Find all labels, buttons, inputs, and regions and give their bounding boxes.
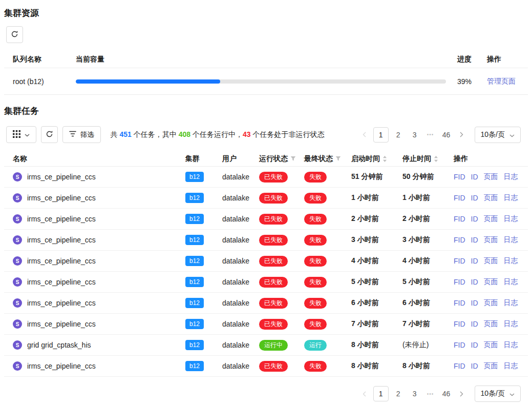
fid-link[interactable]: FID — [454, 194, 465, 202]
task-name: irms_ce_pipeline_ccs — [27, 278, 96, 286]
cluster-resources-title: 集群资源 — [0, 0, 532, 19]
next-page-icon[interactable] — [456, 127, 467, 143]
filter-button[interactable]: 筛选 — [62, 126, 101, 143]
filter-funnel-icon[interactable] — [335, 155, 341, 163]
log-link[interactable]: 日志 — [504, 256, 518, 266]
fid-link[interactable]: FID — [454, 173, 465, 181]
page-link[interactable]: 页面 — [484, 193, 498, 202]
id-link[interactable]: ID — [471, 173, 478, 181]
page-link[interactable]: 页面 — [484, 298, 498, 308]
page-link[interactable]: 页面 — [484, 235, 498, 245]
user-cell: datalake — [222, 320, 259, 328]
page-46[interactable]: 46 — [440, 127, 453, 143]
id-link[interactable]: ID — [471, 278, 478, 286]
run-status-badge: 已失败 — [259, 235, 288, 246]
page-link[interactable]: 页面 — [484, 172, 498, 181]
spark-avatar: S — [13, 340, 22, 350]
stop-time-cell: 8 小时前 — [402, 361, 454, 371]
manage-page-link[interactable]: 管理页面 — [487, 77, 516, 85]
page-1[interactable]: 1 — [373, 127, 389, 143]
prev-page-icon[interactable] — [359, 386, 370, 401]
page-3[interactable]: 3 — [408, 386, 421, 401]
chevron-down-icon — [25, 131, 30, 138]
id-link[interactable]: ID — [471, 320, 478, 328]
id-link[interactable]: ID — [471, 257, 478, 265]
fid-link[interactable]: FID — [454, 257, 465, 265]
stop-time-cell: 2 小时前 — [402, 214, 454, 224]
page-link[interactable]: 页面 — [484, 256, 498, 266]
fid-link[interactable]: FID — [454, 278, 465, 286]
id-link[interactable]: ID — [471, 215, 478, 223]
table-row: Sirms_ce_pipeline_ccs b12 datalake 已失败 失… — [4, 230, 528, 251]
user-cell: datalake — [222, 194, 259, 202]
page-link[interactable]: 页面 — [484, 340, 498, 350]
fid-link[interactable]: FID — [454, 215, 465, 223]
page-3[interactable]: 3 — [408, 127, 421, 143]
page-link[interactable]: 页面 — [484, 277, 498, 287]
total-count: 451 — [120, 130, 132, 138]
prev-page-icon[interactable] — [359, 127, 370, 143]
id-link[interactable]: ID — [471, 194, 478, 202]
fid-link[interactable]: FID — [454, 320, 465, 328]
log-link[interactable]: 日志 — [504, 214, 518, 224]
fid-link[interactable]: FID — [454, 362, 465, 370]
chevron-down-icon — [509, 131, 515, 139]
id-link[interactable]: ID — [471, 362, 478, 370]
id-link[interactable]: ID — [471, 341, 478, 349]
task-name: irms_ce_pipeline_ccs — [27, 320, 96, 328]
log-link[interactable]: 日志 — [504, 235, 518, 245]
next-page-icon[interactable] — [456, 386, 467, 401]
log-link[interactable]: 日志 — [504, 172, 518, 181]
final-status-header: 最终状态 — [304, 154, 351, 164]
id-link[interactable]: ID — [471, 236, 478, 244]
cluster-header: 集群 — [185, 154, 222, 164]
fid-link[interactable]: FID — [454, 341, 465, 349]
page-link[interactable]: 页面 — [484, 361, 498, 371]
log-link[interactable]: 日志 — [504, 298, 518, 308]
page-2[interactable]: 2 — [392, 386, 405, 401]
log-link[interactable]: 日志 — [504, 193, 518, 202]
cluster-badge: b12 — [185, 172, 204, 182]
page-46[interactable]: 46 — [440, 386, 453, 401]
table-row: Sgrid grid_cptask_his b12 datalake 运行中 运… — [4, 335, 528, 356]
tasks-refresh-button[interactable] — [41, 126, 58, 143]
chevron-down-icon — [509, 390, 515, 398]
final-status-badge: 失败 — [304, 319, 327, 330]
log-link[interactable]: 日志 — [504, 277, 518, 287]
run-status-header: 运行状态 — [259, 154, 304, 164]
stop-time-cell: 3 小时前 — [402, 235, 454, 245]
start-time-cell: 3 小时前 — [351, 235, 402, 245]
run-status-badge: 已失败 — [259, 277, 288, 288]
table-row: Sirms_ce_pipeline_ccs b12 datalake 已失败 失… — [4, 167, 528, 188]
page-size-select[interactable]: 10条/页 — [475, 127, 521, 143]
start-time-header[interactable]: 启动时间 — [351, 154, 402, 164]
column-settings-button[interactable] — [6, 126, 36, 143]
log-link[interactable]: 日志 — [504, 340, 518, 350]
page-link[interactable]: 页面 — [484, 214, 498, 224]
run-status-badge: 已失败 — [259, 172, 288, 183]
start-time-cell: 6 小时前 — [351, 298, 402, 308]
page-size-select[interactable]: 10条/页 — [475, 386, 521, 402]
pagination-top: 1 2 3 ••• 46 10条/页 — [359, 127, 521, 143]
id-link[interactable]: ID — [471, 299, 478, 307]
log-link[interactable]: 日志 — [504, 361, 518, 371]
log-link[interactable]: 日志 — [504, 319, 518, 329]
fid-link[interactable]: FID — [454, 236, 465, 244]
page-ellipsis[interactable]: ••• — [424, 132, 437, 137]
run-status-badge: 已失败 — [259, 319, 288, 330]
page-1[interactable]: 1 — [373, 386, 389, 401]
start-time-cell: 51 分钟前 — [351, 172, 402, 181]
capacity-progress-bar — [76, 79, 446, 84]
run-status-badge: 已失败 — [259, 193, 288, 204]
page-ellipsis[interactable]: ••• — [424, 391, 437, 397]
page-link[interactable]: 页面 — [484, 319, 498, 329]
user-cell: datalake — [222, 257, 259, 265]
filter-button-label: 筛选 — [80, 130, 94, 139]
fid-link[interactable]: FID — [454, 299, 465, 307]
stop-time-header[interactable]: 停止时间 — [402, 154, 454, 164]
resources-refresh-button[interactable] — [6, 26, 23, 43]
start-time-cell: 2 小时前 — [351, 214, 402, 224]
page-2[interactable]: 2 — [392, 127, 405, 143]
user-header: 用户 — [222, 154, 259, 164]
filter-funnel-icon[interactable] — [290, 155, 296, 163]
